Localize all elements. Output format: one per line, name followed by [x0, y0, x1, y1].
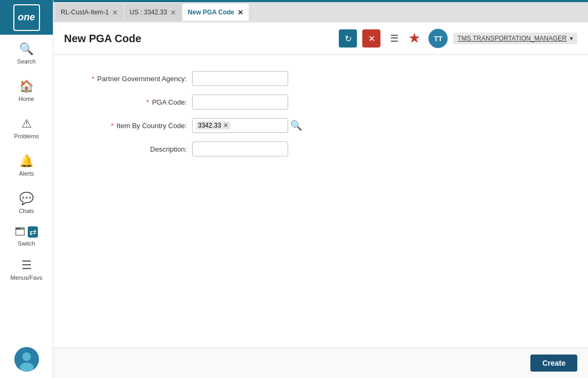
pga-code-label-text: PGA Code:	[152, 98, 187, 106]
pga-code-input[interactable]	[192, 94, 288, 109]
switch-window-icon: 🗔	[15, 226, 26, 238]
svg-point-1	[22, 352, 31, 361]
search-icon: 🔍	[19, 42, 34, 56]
avatar-initials: TT	[434, 35, 442, 43]
user-name-label: TMS.TRANSPORTATION_MANAGER	[457, 35, 567, 42]
dropdown-arrow-icon: ▾	[570, 35, 573, 42]
tab-us[interactable]: US : 3342.33 ✕	[124, 4, 181, 21]
item-country-label-text: Item By Country Code:	[117, 122, 187, 130]
item-country-label: * Item By Country Code:	[75, 122, 192, 130]
item-country-row: * Item By Country Code: 3342.33 ✕ 🔍	[75, 118, 567, 133]
sidebar-label-home: Home	[19, 96, 34, 102]
page-title: New PGA Code	[64, 33, 339, 45]
sidebar-item-problems[interactable]: ⚠ Problems	[0, 109, 53, 147]
close-button[interactable]: ✕	[362, 29, 380, 48]
sidebar-label-menus: Menus/Favs	[11, 274, 43, 281]
partner-agency-input[interactable]	[192, 71, 288, 86]
country-tag-value: 3342.33	[198, 122, 221, 129]
tab-label-us: US : 3342.33	[130, 9, 167, 16]
description-label-text: Description:	[150, 145, 187, 153]
form-area: * Partner Government Agency: * PGA Code:…	[53, 55, 588, 348]
tab-new-pga[interactable]: New PGA Code ✕	[182, 4, 249, 21]
main-area: RL-CustA-Item-1 ✕ US : 3342.33 ✕ New PGA…	[53, 0, 588, 378]
warning-icon: ⚠	[21, 117, 32, 131]
tab-close-us[interactable]: ✕	[170, 9, 176, 16]
switch-icons: 🗔 ⇄	[15, 226, 38, 238]
create-button[interactable]: Create	[530, 355, 577, 372]
tabs-bar: RL-CustA-Item-1 ✕ US : 3342.33 ✕ New PGA…	[53, 2, 588, 22]
tab-close-rl[interactable]: ✕	[112, 9, 118, 16]
partner-agency-required: *	[92, 75, 94, 83]
sidebar-item-chats[interactable]: 💬 Chats	[0, 184, 53, 222]
star-badge[interactable]: ★	[408, 31, 423, 46]
sidebar-item-search[interactable]: 🔍 Search	[0, 35, 53, 72]
header-bar: New PGA Code ↻ ✕ ☰ ★ TT TMS.TRANSPORTATI…	[53, 22, 588, 55]
sidebar-label-switch: Switch	[18, 240, 35, 247]
description-row: Description:	[75, 141, 567, 156]
pga-code-row: * PGA Code:	[75, 94, 567, 109]
sidebar-item-home[interactable]: 🏠 Home	[0, 72, 53, 109]
country-search-button[interactable]: 🔍	[290, 120, 302, 131]
sidebar-label-chats: Chats	[19, 208, 34, 214]
partner-agency-row: * Partner Government Agency:	[75, 71, 567, 86]
pga-code-label: * PGA Code:	[75, 98, 192, 106]
tab-rl-custa[interactable]: RL-CustA-Item-1 ✕	[55, 4, 123, 21]
sidebar-item-alerts[interactable]: 🔔 Alerts	[0, 147, 53, 184]
tab-label-pga: New PGA Code	[188, 9, 234, 16]
star-icon: ★	[408, 30, 420, 46]
sidebar: one 🔍 Search 🏠 Home ⚠ Problems 🔔 Alerts …	[0, 0, 53, 378]
bell-icon: 🔔	[19, 154, 34, 168]
logo-box: one	[13, 4, 40, 31]
tab-close-pga[interactable]: ✕	[237, 9, 243, 16]
switch-arrow-icon: ⇄	[28, 226, 38, 238]
user-initials-avatar[interactable]: TT	[428, 29, 448, 48]
logo-text: one	[18, 12, 35, 23]
sidebar-item-menus[interactable]: ☰ Menus/Favs	[0, 251, 53, 288]
user-dropdown[interactable]: TMS.TRANSPORTATION_MANAGER ▾	[453, 33, 577, 44]
country-tag: 3342.33 ✕	[196, 121, 231, 130]
tab-label-rl: RL-CustA-Item-1	[61, 9, 109, 16]
sidebar-label-alerts: Alerts	[19, 170, 34, 177]
hamburger-menu-button[interactable]: ☰	[386, 30, 403, 46]
sidebar-label-search: Search	[17, 58, 36, 65]
refresh-button[interactable]: ↻	[339, 29, 357, 48]
avatar-image	[14, 347, 39, 372]
chat-icon: 💬	[19, 192, 34, 206]
sidebar-item-switch[interactable]: 🗔 ⇄ Switch	[0, 222, 53, 251]
tag-remove-icon[interactable]: ✕	[223, 122, 228, 129]
description-label: Description:	[75, 145, 192, 153]
user-avatar[interactable]	[14, 347, 39, 372]
pga-code-required: *	[146, 98, 149, 106]
content-area: New PGA Code ↻ ✕ ☰ ★ TT TMS.TRANSPORTATI…	[53, 22, 588, 378]
partner-agency-label: * Partner Government Agency:	[75, 75, 192, 83]
description-input[interactable]	[192, 141, 288, 156]
menu-lines-icon: ☰	[21, 258, 32, 272]
home-icon: 🏠	[19, 80, 34, 93]
header-actions: ↻ ✕ ☰ ★ TT TMS.TRANSPORTATION_MANAGER ▾	[339, 29, 577, 48]
sidebar-label-problems: Problems	[14, 133, 38, 139]
item-country-required: *	[111, 122, 114, 130]
partner-agency-label-text: Partner Government Agency:	[97, 75, 187, 83]
item-country-tag-input[interactable]: 3342.33 ✕	[192, 118, 288, 133]
sidebar-logo: one	[0, 0, 53, 35]
form-footer: Create	[53, 348, 588, 378]
